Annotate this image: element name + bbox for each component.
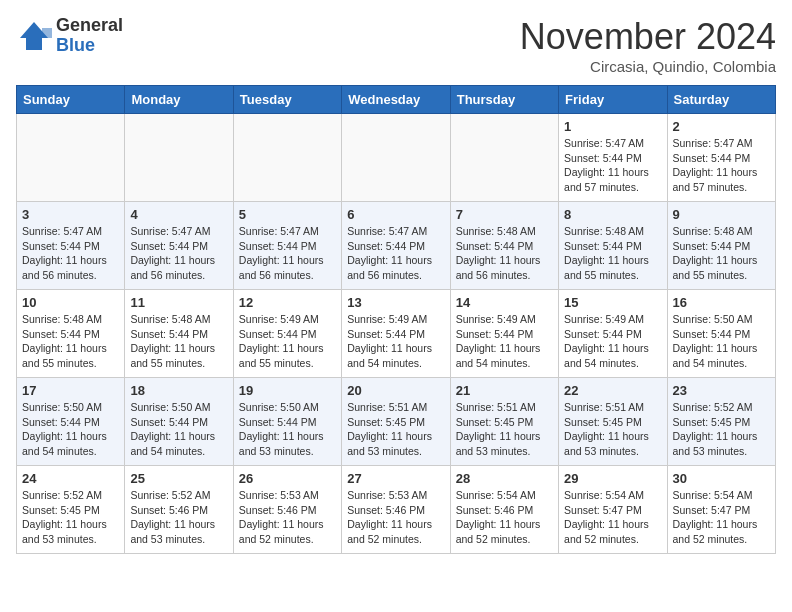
location: Circasia, Quindio, Colombia xyxy=(520,58,776,75)
day-info: Sunrise: 5:52 AM Sunset: 5:46 PM Dayligh… xyxy=(130,488,227,547)
calendar-cell: 10Sunrise: 5:48 AM Sunset: 5:44 PM Dayli… xyxy=(17,290,125,378)
day-number: 19 xyxy=(239,383,336,398)
page-header: General Blue November 2024 Circasia, Qui… xyxy=(16,16,776,75)
calendar-cell: 20Sunrise: 5:51 AM Sunset: 5:45 PM Dayli… xyxy=(342,378,450,466)
calendar-cell: 16Sunrise: 5:50 AM Sunset: 5:44 PM Dayli… xyxy=(667,290,775,378)
day-number: 28 xyxy=(456,471,553,486)
day-number: 11 xyxy=(130,295,227,310)
day-info: Sunrise: 5:48 AM Sunset: 5:44 PM Dayligh… xyxy=(130,312,227,371)
day-info: Sunrise: 5:52 AM Sunset: 5:45 PM Dayligh… xyxy=(673,400,770,459)
calendar-cell: 5Sunrise: 5:47 AM Sunset: 5:44 PM Daylig… xyxy=(233,202,341,290)
calendar-cell: 18Sunrise: 5:50 AM Sunset: 5:44 PM Dayli… xyxy=(125,378,233,466)
calendar-cell: 14Sunrise: 5:49 AM Sunset: 5:44 PM Dayli… xyxy=(450,290,558,378)
day-number: 9 xyxy=(673,207,770,222)
day-info: Sunrise: 5:47 AM Sunset: 5:44 PM Dayligh… xyxy=(239,224,336,283)
calendar-cell: 21Sunrise: 5:51 AM Sunset: 5:45 PM Dayli… xyxy=(450,378,558,466)
calendar-cell: 25Sunrise: 5:52 AM Sunset: 5:46 PM Dayli… xyxy=(125,466,233,554)
day-info: Sunrise: 5:48 AM Sunset: 5:44 PM Dayligh… xyxy=(22,312,119,371)
day-info: Sunrise: 5:47 AM Sunset: 5:44 PM Dayligh… xyxy=(564,136,661,195)
day-number: 29 xyxy=(564,471,661,486)
day-info: Sunrise: 5:53 AM Sunset: 5:46 PM Dayligh… xyxy=(347,488,444,547)
calendar-cell: 23Sunrise: 5:52 AM Sunset: 5:45 PM Dayli… xyxy=(667,378,775,466)
calendar-cell: 3Sunrise: 5:47 AM Sunset: 5:44 PM Daylig… xyxy=(17,202,125,290)
day-info: Sunrise: 5:50 AM Sunset: 5:44 PM Dayligh… xyxy=(239,400,336,459)
calendar-cell: 24Sunrise: 5:52 AM Sunset: 5:45 PM Dayli… xyxy=(17,466,125,554)
calendar-cell: 30Sunrise: 5:54 AM Sunset: 5:47 PM Dayli… xyxy=(667,466,775,554)
day-number: 6 xyxy=(347,207,444,222)
day-info: Sunrise: 5:54 AM Sunset: 5:47 PM Dayligh… xyxy=(673,488,770,547)
calendar-cell: 1Sunrise: 5:47 AM Sunset: 5:44 PM Daylig… xyxy=(559,114,667,202)
calendar-cell: 4Sunrise: 5:47 AM Sunset: 5:44 PM Daylig… xyxy=(125,202,233,290)
day-info: Sunrise: 5:48 AM Sunset: 5:44 PM Dayligh… xyxy=(673,224,770,283)
calendar-cell: 17Sunrise: 5:50 AM Sunset: 5:44 PM Dayli… xyxy=(17,378,125,466)
day-number: 15 xyxy=(564,295,661,310)
calendar-cell: 2Sunrise: 5:47 AM Sunset: 5:44 PM Daylig… xyxy=(667,114,775,202)
day-info: Sunrise: 5:51 AM Sunset: 5:45 PM Dayligh… xyxy=(456,400,553,459)
day-info: Sunrise: 5:50 AM Sunset: 5:44 PM Dayligh… xyxy=(130,400,227,459)
calendar-header-friday: Friday xyxy=(559,86,667,114)
day-number: 30 xyxy=(673,471,770,486)
calendar-header-monday: Monday xyxy=(125,86,233,114)
day-number: 4 xyxy=(130,207,227,222)
logo-text: General Blue xyxy=(56,16,123,56)
day-info: Sunrise: 5:54 AM Sunset: 5:47 PM Dayligh… xyxy=(564,488,661,547)
day-number: 13 xyxy=(347,295,444,310)
month-title: November 2024 xyxy=(520,16,776,58)
day-info: Sunrise: 5:47 AM Sunset: 5:44 PM Dayligh… xyxy=(22,224,119,283)
day-number: 2 xyxy=(673,119,770,134)
day-info: Sunrise: 5:48 AM Sunset: 5:44 PM Dayligh… xyxy=(564,224,661,283)
logo-icon xyxy=(16,18,52,54)
calendar-header-thursday: Thursday xyxy=(450,86,558,114)
calendar-header-saturday: Saturday xyxy=(667,86,775,114)
day-info: Sunrise: 5:51 AM Sunset: 5:45 PM Dayligh… xyxy=(564,400,661,459)
calendar-cell xyxy=(125,114,233,202)
calendar-cell: 22Sunrise: 5:51 AM Sunset: 5:45 PM Dayli… xyxy=(559,378,667,466)
day-number: 16 xyxy=(673,295,770,310)
day-info: Sunrise: 5:48 AM Sunset: 5:44 PM Dayligh… xyxy=(456,224,553,283)
day-number: 10 xyxy=(22,295,119,310)
day-number: 3 xyxy=(22,207,119,222)
calendar-cell: 8Sunrise: 5:48 AM Sunset: 5:44 PM Daylig… xyxy=(559,202,667,290)
calendar-cell: 29Sunrise: 5:54 AM Sunset: 5:47 PM Dayli… xyxy=(559,466,667,554)
day-info: Sunrise: 5:49 AM Sunset: 5:44 PM Dayligh… xyxy=(456,312,553,371)
logo: General Blue xyxy=(16,16,123,56)
day-number: 14 xyxy=(456,295,553,310)
day-number: 26 xyxy=(239,471,336,486)
calendar-cell: 28Sunrise: 5:54 AM Sunset: 5:46 PM Dayli… xyxy=(450,466,558,554)
calendar-cell: 26Sunrise: 5:53 AM Sunset: 5:46 PM Dayli… xyxy=(233,466,341,554)
day-info: Sunrise: 5:49 AM Sunset: 5:44 PM Dayligh… xyxy=(239,312,336,371)
calendar-cell: 9Sunrise: 5:48 AM Sunset: 5:44 PM Daylig… xyxy=(667,202,775,290)
calendar-cell xyxy=(450,114,558,202)
day-info: Sunrise: 5:54 AM Sunset: 5:46 PM Dayligh… xyxy=(456,488,553,547)
day-number: 21 xyxy=(456,383,553,398)
day-info: Sunrise: 5:47 AM Sunset: 5:44 PM Dayligh… xyxy=(130,224,227,283)
title-block: November 2024 Circasia, Quindio, Colombi… xyxy=(520,16,776,75)
day-number: 5 xyxy=(239,207,336,222)
calendar-cell: 7Sunrise: 5:48 AM Sunset: 5:44 PM Daylig… xyxy=(450,202,558,290)
day-info: Sunrise: 5:49 AM Sunset: 5:44 PM Dayligh… xyxy=(347,312,444,371)
calendar-header-sunday: Sunday xyxy=(17,86,125,114)
calendar-cell xyxy=(17,114,125,202)
day-info: Sunrise: 5:50 AM Sunset: 5:44 PM Dayligh… xyxy=(22,400,119,459)
day-number: 20 xyxy=(347,383,444,398)
calendar-header-wednesday: Wednesday xyxy=(342,86,450,114)
svg-marker-1 xyxy=(42,28,52,38)
calendar-cell: 13Sunrise: 5:49 AM Sunset: 5:44 PM Dayli… xyxy=(342,290,450,378)
day-number: 24 xyxy=(22,471,119,486)
day-number: 12 xyxy=(239,295,336,310)
day-number: 17 xyxy=(22,383,119,398)
day-info: Sunrise: 5:47 AM Sunset: 5:44 PM Dayligh… xyxy=(347,224,444,283)
day-info: Sunrise: 5:47 AM Sunset: 5:44 PM Dayligh… xyxy=(673,136,770,195)
calendar-cell: 15Sunrise: 5:49 AM Sunset: 5:44 PM Dayli… xyxy=(559,290,667,378)
day-number: 18 xyxy=(130,383,227,398)
calendar-cell: 11Sunrise: 5:48 AM Sunset: 5:44 PM Dayli… xyxy=(125,290,233,378)
day-info: Sunrise: 5:53 AM Sunset: 5:46 PM Dayligh… xyxy=(239,488,336,547)
calendar-cell: 27Sunrise: 5:53 AM Sunset: 5:46 PM Dayli… xyxy=(342,466,450,554)
day-info: Sunrise: 5:50 AM Sunset: 5:44 PM Dayligh… xyxy=(673,312,770,371)
day-info: Sunrise: 5:52 AM Sunset: 5:45 PM Dayligh… xyxy=(22,488,119,547)
calendar-table: SundayMondayTuesdayWednesdayThursdayFrid… xyxy=(16,85,776,554)
day-number: 7 xyxy=(456,207,553,222)
day-number: 1 xyxy=(564,119,661,134)
calendar-cell: 19Sunrise: 5:50 AM Sunset: 5:44 PM Dayli… xyxy=(233,378,341,466)
calendar-cell: 6Sunrise: 5:47 AM Sunset: 5:44 PM Daylig… xyxy=(342,202,450,290)
